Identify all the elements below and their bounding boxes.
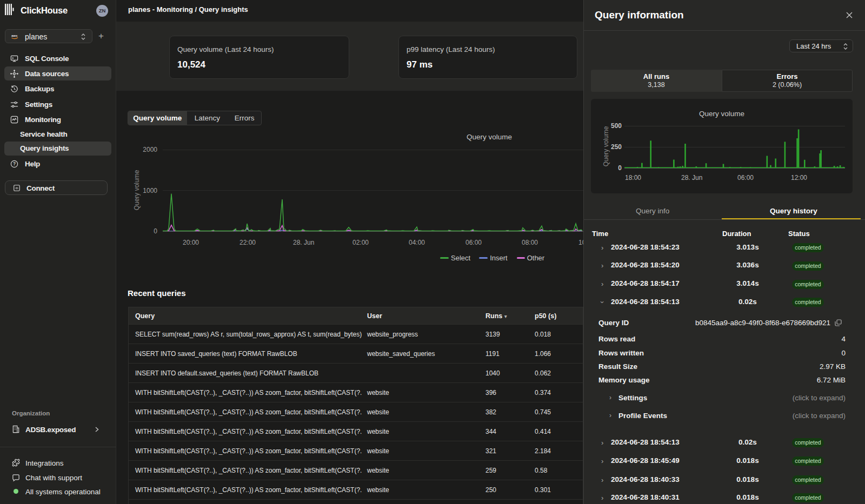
svg-text:?: ? xyxy=(13,161,16,166)
svg-text:aws: aws xyxy=(11,34,18,37)
